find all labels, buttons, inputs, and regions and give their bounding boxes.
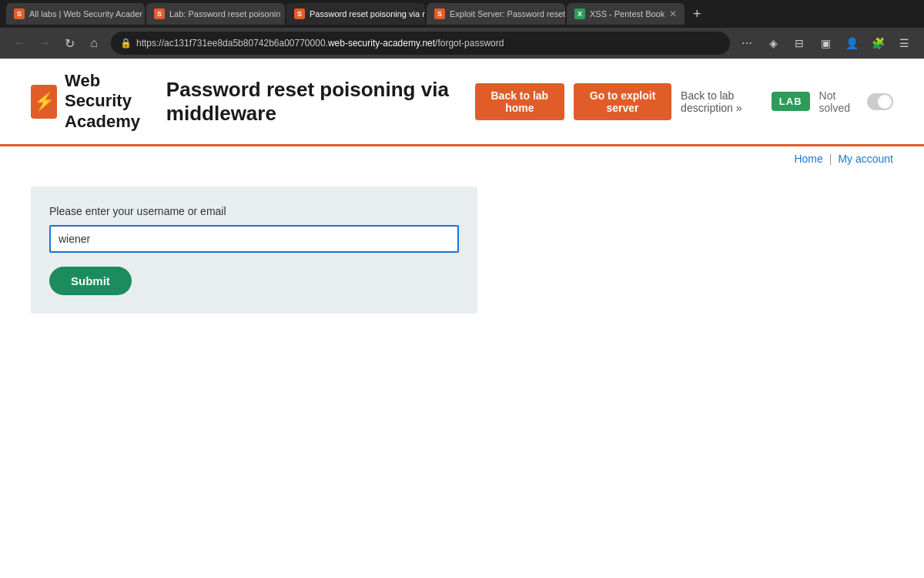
- page-title: Password reset poisoning via middleware: [166, 78, 475, 126]
- nav-buttons: ← → ↻ ⌂: [9, 32, 105, 54]
- tab-label: Exploit Server: Password reset: [450, 9, 565, 18]
- back-button[interactable]: ←: [9, 32, 31, 54]
- more-options-icon[interactable]: ⋯: [736, 32, 758, 54]
- reader-view-icon[interactable]: ⊟: [788, 32, 810, 54]
- site-header: ⚡ Web Security Academy Password reset po…: [0, 59, 924, 146]
- address-bar: ← → ↻ ⌂ 🔒 https://ac131f731ee8da5b80742b…: [0, 28, 924, 59]
- menu-icon[interactable]: ☰: [893, 32, 915, 54]
- back-to-description-link[interactable]: Back to lab description: [681, 89, 762, 114]
- tab-current[interactable]: S Password reset poisoning via r ✕: [286, 3, 425, 25]
- picture-in-picture-icon[interactable]: ▣: [815, 32, 836, 54]
- pocket-icon[interactable]: ◈: [762, 32, 784, 54]
- tab-favicon: X: [574, 8, 585, 19]
- lab-status-area: LAB Not solved: [772, 89, 893, 114]
- url-box[interactable]: 🔒 https://ac131f731ee8da5b80742b6a007700…: [111, 32, 730, 55]
- tab-exploit[interactable]: S Exploit Server: Password reset ✕: [427, 3, 565, 25]
- tab-label: All labs | Web Security Acader: [29, 9, 142, 18]
- go-to-exploit-button[interactable]: Go to exploit server: [574, 83, 671, 120]
- nav-separator: |: [829, 153, 832, 165]
- tab-bar: S All labs | Web Security Acader ✕ S Lab…: [0, 0, 924, 28]
- refresh-button[interactable]: ↻: [59, 32, 80, 54]
- toolbar-icons: ⋯ ◈ ⊟ ▣ 👤 🧩 ☰: [736, 32, 915, 54]
- my-account-nav-link[interactable]: My account: [838, 153, 893, 165]
- tab-favicon: S: [14, 8, 25, 19]
- forward-button[interactable]: →: [34, 32, 55, 54]
- home-nav-link[interactable]: Home: [794, 153, 822, 165]
- tab-lab-home[interactable]: S Lab: Password reset poisonin ✕: [146, 3, 285, 25]
- tab-all-labs[interactable]: S All labs | Web Security Acader ✕: [6, 3, 145, 25]
- new-tab-button[interactable]: +: [686, 3, 708, 25]
- page-content: ⚡ Web Security Academy Password reset po…: [0, 59, 924, 578]
- logo: ⚡ Web Security Academy: [31, 71, 148, 132]
- forgot-password-form: Please enter your username or email Subm…: [31, 187, 477, 314]
- tab-xss[interactable]: X XSS - Pentest Book ✕: [567, 3, 685, 25]
- solved-toggle[interactable]: [867, 93, 893, 110]
- url-text: https://ac131f731ee8da5b80742b6a00770000…: [136, 38, 504, 49]
- tab-label: XSS - Pentest Book: [590, 9, 665, 18]
- back-to-lab-button[interactable]: Back to lab home: [475, 83, 564, 120]
- status-text: Not solved: [819, 89, 859, 114]
- tab-label: Password reset poisoning via r: [310, 9, 425, 18]
- extensions-icon[interactable]: 🧩: [867, 32, 889, 54]
- tab-label: Lab: Password reset poisonin: [169, 9, 280, 18]
- account-icon[interactable]: 👤: [841, 32, 862, 54]
- home-button[interactable]: ⌂: [83, 32, 105, 54]
- form-label: Please enter your username or email: [49, 205, 459, 217]
- logo-icon: ⚡: [31, 85, 57, 119]
- tab-favicon: S: [294, 8, 305, 19]
- lock-icon: 🔒: [120, 38, 132, 49]
- lab-badge: LAB: [772, 92, 810, 111]
- username-email-input[interactable]: [49, 225, 459, 253]
- submit-button[interactable]: Submit: [49, 267, 132, 295]
- header-left: ⚡ Web Security Academy Password reset po…: [31, 71, 475, 132]
- toggle-knob: [878, 95, 892, 109]
- header-actions: Back to lab home Go to exploit server Ba…: [475, 83, 893, 120]
- tab-favicon: S: [434, 8, 445, 19]
- tab-favicon: S: [154, 8, 165, 19]
- logo-text: Web Security Academy: [65, 71, 148, 132]
- site-nav: Home | My account: [0, 146, 924, 171]
- tab-close-icon[interactable]: ✕: [669, 8, 677, 19]
